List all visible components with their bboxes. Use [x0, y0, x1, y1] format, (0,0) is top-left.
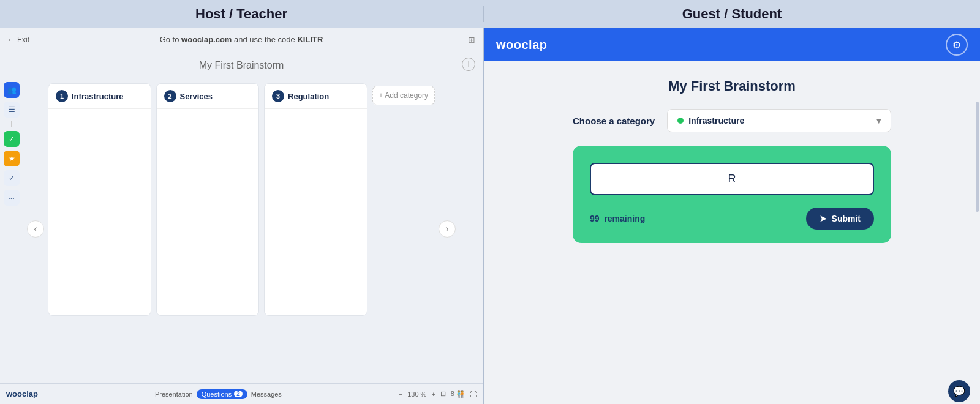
submit-button[interactable]: ➤ Submit	[806, 208, 874, 230]
host-topbar: ← Exit Go to wooclap.com and use the cod…	[0, 28, 483, 51]
remaining-count: 99	[590, 214, 600, 223]
sidebar-icon-users[interactable]: 👥	[4, 82, 20, 98]
zoom-plus[interactable]: +	[431, 391, 435, 398]
categories-list: 1 Infrastructure 2 Services	[48, 81, 435, 377]
zoom-level: 130 %	[407, 391, 426, 398]
sidebar-icon-check-green[interactable]: ✓	[4, 131, 20, 147]
category-dot-icon	[677, 118, 684, 124]
remaining-text: 99 remaining	[590, 214, 645, 223]
input-card: 99 remaining ➤ Submit	[573, 146, 891, 243]
brainstorm-input[interactable]	[590, 163, 874, 195]
guest-title: My First Brainstorm	[668, 78, 796, 94]
category-label-2: Services	[180, 92, 213, 101]
category-num-1: 1	[56, 90, 68, 102]
bottom-right: − 130 % + ⊡ 8 🧑‍🤝‍🧑 ⛶	[399, 390, 477, 398]
category-header-2: 2 Services	[157, 84, 259, 109]
category-num-2: 2	[164, 90, 176, 102]
remaining-label: remaining	[604, 214, 645, 223]
chat-button[interactable]: 💬	[948, 380, 970, 402]
categories-container: ‹ 1 Infrastructure 2 Services	[27, 81, 456, 377]
add-category-button[interactable]: + Add category	[372, 86, 435, 105]
wooclap-logo: wooclap	[496, 38, 946, 52]
bottom-tabs: Presentation Questions 2 Messages	[155, 389, 282, 399]
sidebar-divider	[11, 121, 12, 127]
dropdown-arrow-icon: ▾	[876, 116, 881, 125]
sidebar-icon-check[interactable]: ✓	[4, 170, 20, 186]
sidebar-icon-menu[interactable]: ☰	[4, 102, 20, 118]
guest-content: My First Brainstorm Choose a category In…	[484, 61, 980, 378]
grid-icon[interactable]: ⊞	[468, 35, 475, 45]
exit-arrow-icon: ←	[7, 36, 15, 44]
category-num-3: 3	[272, 90, 284, 102]
category-label-3: Regulation	[288, 92, 329, 101]
zoom-minus[interactable]: −	[399, 391, 402, 398]
nav-right-arrow[interactable]: ›	[439, 220, 456, 238]
bottom-logo: wooclap	[6, 389, 38, 398]
category-dropdown[interactable]: Infrastructure ▾	[667, 109, 891, 132]
tab-questions-badge: 2	[234, 391, 243, 397]
instruction-text: Go to wooclap.com and use the code KILIT…	[160, 35, 323, 44]
fit-icon[interactable]: ⊡	[440, 390, 446, 398]
tab-presentation[interactable]: Presentation	[155, 391, 193, 398]
dropdown-selected: Infrastructure	[677, 116, 744, 125]
submit-label: Submit	[832, 214, 861, 223]
info-icon[interactable]: i	[462, 58, 475, 71]
guest-panel: wooclap ⚙ My First Brainstorm Choose a c…	[484, 28, 980, 404]
exit-label: Exit	[17, 36, 29, 44]
guest-scrollbar[interactable]	[976, 102, 979, 212]
settings-button[interactable]: ⚙	[946, 34, 968, 56]
category-col-1: 1 Infrastructure	[48, 83, 151, 316]
page-num: 8 🧑‍🤝‍🧑	[451, 390, 465, 398]
host-title: My First Brainstorm	[199, 60, 284, 71]
host-header-label: Host / Teacher	[0, 6, 484, 22]
card-footer: 99 remaining ➤ Submit	[590, 204, 874, 230]
category-label-1: Infrastructure	[72, 92, 124, 101]
guest-topbar: wooclap ⚙	[484, 28, 980, 61]
tab-messages[interactable]: Messages	[251, 391, 282, 398]
category-header-1: 1 Infrastructure	[48, 84, 151, 109]
exit-button[interactable]: ← Exit	[7, 36, 29, 44]
nav-left-arrow[interactable]: ‹	[27, 220, 44, 238]
category-header-3: 3 Regulation	[265, 84, 367, 109]
selected-category-label: Infrastructure	[688, 116, 744, 125]
submit-icon: ➤	[820, 214, 827, 223]
category-picker-label: Choose a category	[573, 116, 655, 126]
tab-questions-label: Questions	[202, 391, 232, 398]
fullscreen-icon[interactable]: ⛶	[470, 391, 477, 398]
host-bottombar: wooclap Presentation Questions 2 Message…	[0, 383, 483, 404]
tab-questions-active[interactable]: Questions 2	[197, 389, 247, 399]
category-picker-row: Choose a category Infrastructure ▾	[573, 109, 891, 132]
host-sidebar: 👥 ☰ ✓ ★ ✓ •••	[0, 77, 23, 211]
category-col-3: 3 Regulation	[264, 83, 368, 316]
category-col-2: 2 Services	[156, 83, 260, 316]
sidebar-icon-dot[interactable]: •••	[4, 190, 20, 206]
guest-header-label: Guest / Student	[484, 6, 980, 22]
sidebar-icon-star[interactable]: ★	[4, 151, 20, 166]
guest-bottom: 💬	[484, 378, 980, 404]
host-panel: ← Exit Go to wooclap.com and use the cod…	[0, 28, 484, 404]
host-content: i My First Brainstorm ‹ 1 Infrastructure	[0, 51, 483, 383]
